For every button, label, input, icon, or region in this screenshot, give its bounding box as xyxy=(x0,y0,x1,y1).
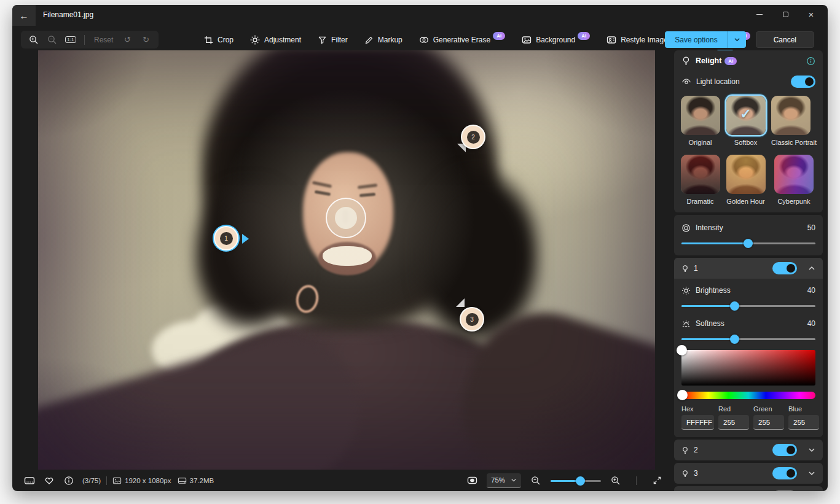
green-input[interactable]: 255 xyxy=(753,415,784,430)
preset-thumbnail: ✓ xyxy=(726,96,766,135)
intensity-row: Intensity 50 xyxy=(681,220,815,236)
light-2-header[interactable]: 2 xyxy=(674,440,823,460)
light-handle-1[interactable]: 1 xyxy=(214,226,238,250)
light-handle-2[interactable]: 2 xyxy=(461,125,485,149)
preset-thumbnail xyxy=(681,96,720,135)
ai-badge: AI xyxy=(578,32,590,40)
light3-direction-pointer xyxy=(456,298,465,307)
softness-icon xyxy=(681,319,691,328)
statusbar-divider xyxy=(106,476,107,485)
blue-input[interactable]: 255 xyxy=(788,415,819,430)
zoom-in-canvas-button[interactable] xyxy=(606,473,626,489)
reset-button[interactable]: Reset xyxy=(90,33,117,47)
tool-label: Generative Erase xyxy=(433,36,490,44)
preset-thumbnail xyxy=(771,96,811,135)
zoom-out-canvas-button[interactable] xyxy=(526,473,546,489)
undo-button[interactable]: ↺ xyxy=(119,33,135,47)
magnifier-minus-icon xyxy=(47,35,57,45)
saturation-handle[interactable] xyxy=(677,345,687,355)
tool-label: Crop xyxy=(218,36,234,44)
ai-badge: AI xyxy=(724,57,737,65)
file-title: Filename01.jpg xyxy=(43,10,93,19)
file-info-button[interactable] xyxy=(59,473,79,489)
save-options-dropdown[interactable] xyxy=(728,31,746,48)
sun-icon xyxy=(250,35,260,45)
softness-slider[interactable] xyxy=(681,334,815,344)
back-button[interactable]: ← xyxy=(12,5,36,26)
photo-canvas[interactable]: 1 2 3 xyxy=(38,50,655,470)
toolbar-divider xyxy=(84,35,85,45)
image-dimensions: 1920 x 1080px xyxy=(112,476,171,485)
collapse-button[interactable] xyxy=(808,265,815,272)
expand-button[interactable] xyxy=(808,446,815,454)
preset-label: Golden Hour xyxy=(726,198,766,205)
light-target-indicator[interactable] xyxy=(326,198,366,238)
hue-handle[interactable] xyxy=(677,390,688,400)
light-3-toggle[interactable] xyxy=(772,467,797,479)
preset-dramatic[interactable]: Dramatic xyxy=(681,155,720,205)
hex-input[interactable]: FFFFFF xyxy=(681,415,714,430)
save-options-button[interactable]: Save options xyxy=(665,31,727,48)
light-location-toggle[interactable] xyxy=(791,76,815,88)
zoom-controls: 75% xyxy=(462,473,667,489)
light-location-label: Light location xyxy=(696,77,740,86)
intensity-slider[interactable] xyxy=(681,238,815,248)
close-button[interactable]: × xyxy=(798,5,824,23)
brightness-row: Brightness 40 xyxy=(681,282,815,298)
fullscreen-button[interactable] xyxy=(647,473,667,489)
light-1-toggle[interactable] xyxy=(772,262,797,274)
close-icon: × xyxy=(809,10,814,19)
zoom-slider-fill xyxy=(551,480,581,482)
tab-adjustment[interactable]: Adjustment xyxy=(250,29,301,50)
panel-header: Relight AI xyxy=(674,50,823,71)
tab-generative-erase[interactable]: Generative Erase AI xyxy=(419,29,505,50)
hue-slider[interactable] xyxy=(681,392,815,399)
redo-button[interactable]: ↻ xyxy=(138,33,154,47)
color-saturation-picker[interactable] xyxy=(681,350,815,386)
zoom-out-button[interactable] xyxy=(44,33,60,47)
light-2-toggle[interactable] xyxy=(772,444,797,456)
tab-crop[interactable]: Crop xyxy=(204,29,234,50)
info-icon xyxy=(64,476,74,486)
filter-icon xyxy=(318,36,327,45)
zoom-level-dropdown[interactable]: 75% xyxy=(487,473,521,488)
light-1-header[interactable]: 1 xyxy=(674,258,823,279)
light-handle-3[interactable]: 3 xyxy=(460,307,484,331)
light-1-label: 1 xyxy=(694,264,698,273)
zoom-in-button[interactable] xyxy=(26,33,42,47)
filmstrip-button[interactable] xyxy=(20,473,39,489)
tool-label: Adjustment xyxy=(264,36,301,44)
preset-golden-hour[interactable]: Golden Hour xyxy=(726,155,766,205)
brightness-slider[interactable] xyxy=(681,301,815,311)
zoom-slider[interactable] xyxy=(551,476,601,486)
panel-title: Relight xyxy=(696,56,721,65)
ambient-header[interactable]: Ambient xyxy=(674,486,823,491)
actual-size-button[interactable]: 1:1 xyxy=(63,33,79,47)
tab-background[interactable]: Background AI xyxy=(522,29,590,50)
preset-original[interactable]: Original xyxy=(681,96,720,146)
favorite-button[interactable] xyxy=(39,473,59,489)
preset-classic-portrait[interactable]: Classic Portrait xyxy=(771,96,817,146)
chevron-down-icon xyxy=(511,477,517,483)
status-bar: (3/75) 1920 x 1080px 37.2MB 75% xyxy=(12,470,674,491)
minimize-button[interactable] xyxy=(747,5,772,23)
preset-softbox[interactable]: ✓ Softbox xyxy=(726,96,766,146)
cancel-button[interactable]: Cancel xyxy=(756,31,814,48)
red-input[interactable]: 255 xyxy=(718,415,749,430)
titlebar: ← Filename01.jpg × xyxy=(12,5,828,26)
filmstrip-icon xyxy=(24,476,35,486)
tab-markup[interactable]: Markup xyxy=(364,29,402,50)
toolbar: 1:1 Reset ↺ ↻ Crop Adjustment Filter Mar… xyxy=(12,29,828,50)
background-icon xyxy=(522,35,532,45)
relight-panel: Relight AI Light location Original ✓ Sof… xyxy=(674,50,823,491)
expand-button[interactable] xyxy=(808,470,815,477)
light-3-header[interactable]: 3 xyxy=(674,463,823,484)
ambient-toggle[interactable] xyxy=(772,490,797,491)
ai-badge: AI xyxy=(493,32,505,40)
vignette-overlay xyxy=(38,50,655,470)
tab-filter[interactable]: Filter xyxy=(318,29,348,50)
maximize-button[interactable] xyxy=(772,5,798,23)
preset-cyberpunk[interactable]: Cyberpunk xyxy=(774,155,814,205)
fit-to-window-button[interactable] xyxy=(462,473,482,489)
info-icon[interactable] xyxy=(806,56,815,66)
